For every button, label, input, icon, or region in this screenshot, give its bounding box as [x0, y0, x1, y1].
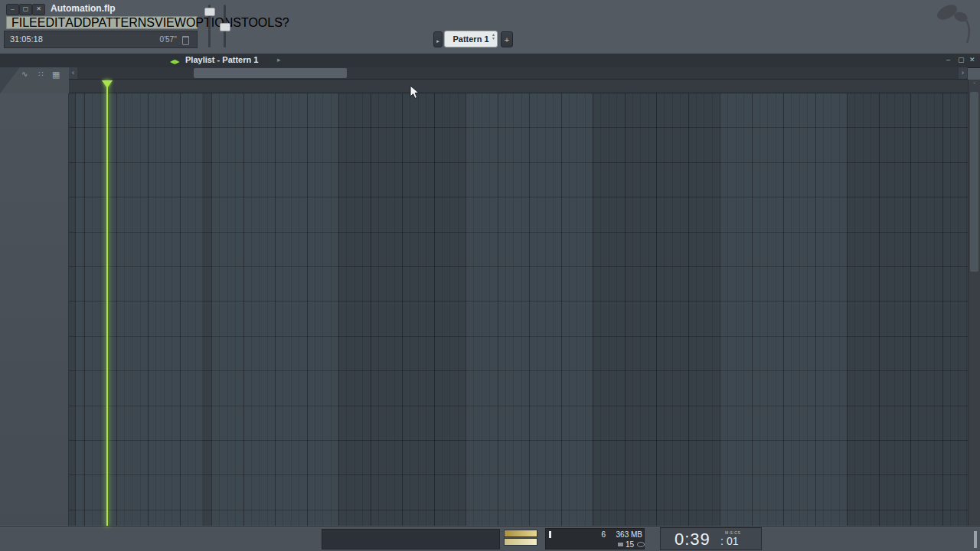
timeline-ruler[interactable]: [69, 80, 968, 93]
resize-grip[interactable]: [974, 531, 977, 548]
memory-usage: 363 MB: [610, 530, 642, 539]
playlist-close-icon[interactable]: ✕: [969, 56, 975, 64]
wave-view-icon[interactable]: ∿: [21, 70, 28, 78]
playlist-title: Playlist - Pattern 1: [185, 55, 258, 64]
piano-view-icon[interactable]: ▦: [52, 70, 60, 80]
pattern-selector[interactable]: Pattern 1 ▲▼: [444, 31, 498, 47]
pattern-selector-value: Pattern 1: [445, 31, 497, 47]
playlist-grid[interactable]: [69, 93, 968, 526]
menu-item-tools[interactable]: TOOLS: [241, 16, 283, 30]
playlist-toolbar: ◀▶ Playlist - Pattern 1 ▸ – ▢ ✕: [0, 54, 980, 68]
disk-activity-bar: [549, 531, 551, 538]
playhead-line[interactable]: [106, 80, 108, 526]
menu-bar: FILEEDITADDPATTERNSVIEWOPTIONSTOOLS?: [6, 16, 198, 29]
memory-meter: [504, 538, 537, 546]
playlist-corner-panel: ∿ ∷ ▦: [0, 67, 69, 93]
fl-studio-logo: [930, 0, 980, 47]
vertical-scroll-thumb[interactable]: [970, 92, 978, 272]
close-button[interactable]: ✕: [32, 4, 45, 15]
menu-item-file[interactable]: FILE: [11, 16, 38, 30]
menu-item-view[interactable]: VIEW: [155, 16, 186, 30]
window-title: Automation.flp: [51, 3, 116, 14]
pattern-spinner[interactable]: ▲▼: [492, 33, 495, 41]
vertical-scrollbar[interactable]: ˆ: [968, 80, 980, 526]
maximize-button[interactable]: ▢: [19, 4, 32, 15]
playlist-play-icon[interactable]: ◀▶: [170, 56, 179, 68]
time-main-digits: 0:39: [675, 530, 710, 549]
menu-item-patterns[interactable]: PATTERNS: [91, 16, 155, 30]
master-volume-knob[interactable]: [204, 8, 215, 16]
song-length-display: 0'57'': [160, 35, 177, 44]
song-position-display: 31:05:18: [10, 34, 43, 44]
menu-item-options[interactable]: OPTIONS: [186, 16, 241, 30]
cpu-usage: 15: [626, 540, 634, 549]
scroll-right-arrow[interactable]: ›: [959, 67, 967, 79]
playhead-marker[interactable]: [102, 80, 113, 88]
menu-item-help[interactable]: ?: [283, 16, 289, 30]
stats-panel: 6 363 MB 15: [545, 528, 645, 549]
cpu-meter: [504, 530, 537, 537]
cpu-icon: [618, 543, 623, 546]
time-colon: :: [720, 535, 724, 547]
scroll-up-arrow[interactable]: ˆ: [969, 80, 980, 90]
mouse-wheel-icon: [637, 542, 645, 547]
horizontal-scrollbar[interactable]: ‹ ›: [69, 67, 968, 80]
hint-panel: 31:05:18 0'57'': [4, 31, 198, 48]
mouse-cursor: [410, 85, 420, 100]
slide-view-icon[interactable]: ∷: [38, 70, 43, 78]
time-unit-label: M:S:CS: [725, 530, 740, 535]
polyphony-count: 6: [590, 530, 606, 539]
pattern-add-button[interactable]: +: [501, 31, 513, 47]
pattern-prev-button[interactable]: ▸: [433, 31, 443, 47]
playlist-maximize-icon[interactable]: ▢: [958, 56, 965, 64]
status-bar: 6 363 MB 15 0:39 : 01 M:S:CS: [0, 527, 980, 551]
time-frac-digits: 01: [727, 535, 739, 547]
trash-icon: [182, 36, 189, 45]
corner-wedge: [0, 67, 20, 93]
scroll-left-arrow[interactable]: ‹: [69, 67, 77, 79]
time-display[interactable]: 0:39 : 01 M:S:CS: [660, 527, 762, 550]
menu-item-edit[interactable]: EDIT: [38, 16, 65, 30]
playlist-title-arrow[interactable]: ▸: [277, 56, 281, 64]
minimize-button[interactable]: –: [6, 4, 19, 15]
track-headers: [0, 93, 69, 526]
fl-studio-window: – ▢ ✕ Automation.flp FILEEDITADDPATTERNS…: [0, 0, 980, 551]
horizontal-scroll-thumb[interactable]: [194, 68, 347, 78]
menu-item-add[interactable]: ADD: [65, 16, 91, 30]
output-waveform-display: [322, 529, 500, 549]
playlist-minimize-icon[interactable]: –: [946, 56, 950, 64]
master-pitch-knob[interactable]: [220, 23, 230, 31]
